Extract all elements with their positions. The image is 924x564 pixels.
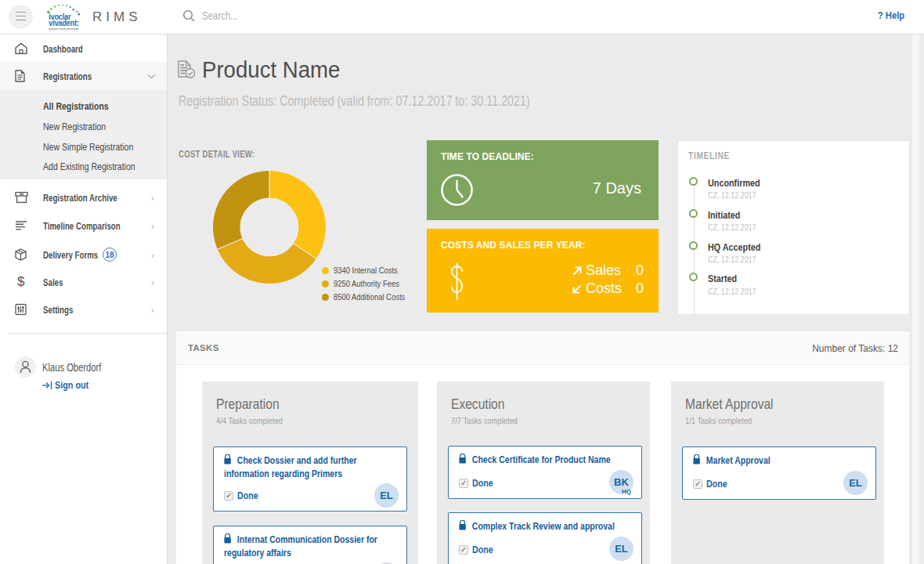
svg-text:passion vision innovation: passion vision innovation [49,27,79,31]
svg-text:vivadent:: vivadent: [49,19,78,27]
